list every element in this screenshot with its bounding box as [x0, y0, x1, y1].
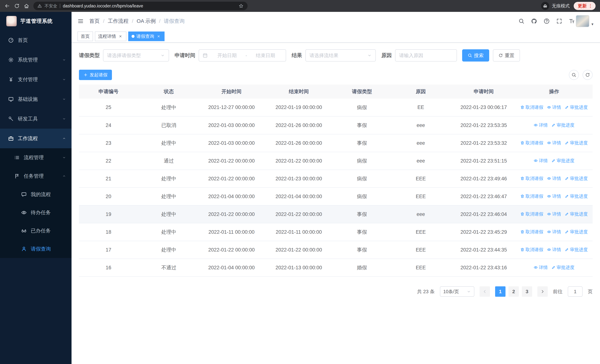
question-icon[interactable] [544, 18, 550, 24]
date-start-placeholder[interactable]: 开始日期 [210, 52, 244, 59]
tab[interactable]: 请假查询 [128, 31, 165, 41]
leave-icon [21, 246, 27, 252]
cell-actions: 取消请假详情审批进度 [516, 223, 593, 241]
page-button[interactable]: 2 [508, 286, 519, 297]
toggle-search-button[interactable] [569, 70, 579, 80]
sidebar-item[interactable]: 已办任务 [0, 222, 72, 240]
cell-leave-type: 事假 [334, 134, 390, 152]
sidebar-menu: 首页系统管理支付管理基础设施研发工具工作流程流程管理任务管理我的流程待办任务已办… [0, 30, 72, 364]
action-link-label: 详情 [552, 176, 561, 181]
search-icon[interactable] [518, 18, 525, 24]
sidebar-item[interactable]: 支付管理 [0, 70, 72, 89]
approval-progress-link[interactable]: 审批进度 [565, 104, 588, 110]
tab-close-icon[interactable] [118, 34, 123, 39]
prev-page-button[interactable] [479, 286, 490, 297]
detail-link[interactable]: 详情 [547, 176, 561, 181]
detail-link[interactable]: 详情 [534, 264, 548, 271]
sidebar-item-label: 系统管理 [18, 56, 62, 63]
goto-page-input[interactable] [568, 286, 582, 297]
url-text[interactable]: dashboard.yudao.iocoder.cn/bpm/oa/leave [63, 3, 236, 9]
detail-link[interactable]: 详情 [547, 140, 561, 146]
approval-progress-link[interactable]: 审批进度 [565, 193, 588, 199]
cancel-leave-link[interactable]: 取消请假 [520, 247, 543, 253]
table-row: 23处理中2022-01-03 00:00:002022-01-26 00:00… [79, 134, 593, 152]
browser-update-button[interactable]: 更新 [574, 2, 596, 10]
sidebar-item[interactable]: 工作流程 [0, 129, 72, 148]
cancel-leave-link[interactable]: 取消请假 [520, 176, 543, 181]
sidebar-item[interactable]: 基础设施 [0, 89, 72, 109]
home-icon[interactable] [24, 3, 29, 9]
fullscreen-icon[interactable] [556, 18, 562, 24]
cancel-leave-link[interactable]: 取消请假 [520, 140, 543, 146]
sidebar-item[interactable]: 我的流程 [0, 185, 72, 204]
approval-progress-link[interactable]: 审批进度 [565, 247, 588, 253]
approval-progress-link[interactable]: 审批进度 [552, 264, 574, 271]
result-select[interactable]: 请选择流结果 [305, 49, 376, 62]
sidebar-item[interactable]: 流程管理 [0, 148, 72, 167]
fontsize-icon[interactable] [569, 18, 575, 24]
create-leave-button[interactable]: 发起请假 [79, 70, 112, 80]
reset-button[interactable]: 重置 [493, 49, 520, 62]
sidebar-item[interactable]: 待办任务 [0, 204, 72, 222]
sidebar-collapse-icon[interactable] [77, 18, 84, 24]
back-icon[interactable] [4, 3, 10, 9]
cancel-leave-link[interactable]: 取消请假 [520, 211, 543, 217]
approval-progress-link[interactable]: 审批进度 [565, 176, 588, 181]
breadcrumb-item[interactable]: 工作流程 [108, 18, 129, 25]
cancel-leave-link[interactable]: 取消请假 [520, 229, 543, 235]
edit-icon [552, 265, 555, 270]
sidebar-item[interactable]: 首页 [0, 30, 72, 50]
approval-progress-link[interactable]: 审批进度 [565, 211, 588, 217]
tab[interactable]: 流程详情 [95, 31, 126, 41]
cell-end-time: 2022-01-23 00:00:00 [263, 170, 334, 187]
approval-progress-link[interactable]: 审批进度 [565, 229, 588, 235]
cell-id: 18 [79, 223, 138, 241]
cell-actions: 取消请假详情审批进度 [516, 134, 593, 152]
cancel-leave-link[interactable]: 取消请假 [520, 104, 543, 110]
tab-close-icon[interactable] [156, 34, 161, 39]
sidebar-item[interactable]: 请假查询 [0, 240, 72, 258]
detail-link[interactable]: 详情 [534, 158, 548, 164]
breadcrumb-item[interactable]: 首页 [89, 18, 100, 25]
detail-link[interactable]: 详情 [547, 211, 561, 217]
bookmark-star-icon[interactable] [239, 3, 244, 8]
action-link-label: 审批进度 [557, 264, 574, 271]
cancel-leave-link[interactable]: 取消请假 [520, 193, 543, 199]
sidebar-item[interactable]: 研发工具 [0, 109, 72, 129]
sidebar-item-label: 已办任务 [31, 227, 66, 234]
security-label[interactable]: 不安全 [45, 3, 57, 9]
page-button[interactable]: 1 [495, 286, 506, 297]
tab[interactable]: 首页 [77, 31, 93, 41]
table-header-row: 申请编号状态开始时间结束时间请假类型原因申请时间操作 [79, 84, 593, 99]
reason-input[interactable] [395, 49, 457, 62]
detail-link[interactable]: 详情 [547, 229, 561, 235]
leave-type-select[interactable]: 请选择请假类型 [103, 49, 169, 62]
sidebar-item[interactable]: 系统管理 [0, 50, 72, 70]
breadcrumb-item[interactable]: OA 示例 [137, 18, 156, 25]
page-size-select[interactable]: 10条/页 [440, 286, 474, 297]
github-icon[interactable] [531, 18, 537, 24]
page-button[interactable]: 3 [522, 286, 532, 297]
refresh-table-button[interactable] [582, 70, 593, 80]
apply-time-range-picker[interactable]: 开始日期 - 结束日期 [199, 49, 286, 62]
user-avatar[interactable]: ▼ [576, 15, 594, 27]
detail-link[interactable]: 详情 [547, 104, 561, 110]
approval-progress-link[interactable]: 审批进度 [552, 122, 574, 128]
approval-progress-link[interactable]: 审批进度 [565, 140, 588, 146]
sidebar-item[interactable]: 任务管理 [0, 167, 72, 185]
detail-link[interactable]: 详情 [534, 122, 548, 128]
search-button[interactable]: 搜索 [462, 49, 489, 62]
browser-menu-icon[interactable] [588, 3, 593, 9]
approval-progress-link[interactable]: 审批进度 [552, 158, 574, 164]
reload-icon[interactable] [14, 3, 20, 9]
address-bar[interactable]: 不安全 dashboard.yudao.iocoder.cn/bpm/oa/le… [33, 2, 248, 10]
next-page-button[interactable] [537, 286, 548, 297]
eye-icon [547, 212, 551, 216]
detail-link[interactable]: 详情 [547, 247, 561, 253]
action-link-label: 取消请假 [525, 176, 543, 181]
date-end-placeholder[interactable]: 结束日期 [249, 52, 282, 59]
tab-label: 首页 [81, 33, 90, 39]
detail-link[interactable]: 详情 [547, 193, 561, 199]
sidebar-item-label: 任务管理 [24, 173, 62, 179]
address-divider [60, 4, 60, 8]
